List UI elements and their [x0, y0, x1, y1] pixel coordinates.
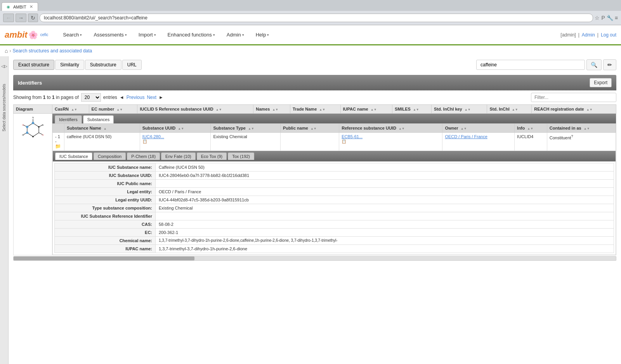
address-bar[interactable]: localhost:8080/ambit2/ui/_search?search=…	[40, 14, 593, 22]
expanded-content-cell: Identifiers Substances Substance Name ▲	[52, 114, 616, 255]
nav-item-help[interactable]: Help ▾	[250, 29, 275, 41]
sub-col-uuid[interactable]: Substance UUID ▲▼	[140, 124, 211, 133]
sub-col-public[interactable]: Public name ▲▼	[281, 124, 339, 133]
svg-text:N: N	[42, 124, 43, 126]
tab-ecotox[interactable]: Eco Tox (9)	[197, 153, 227, 160]
tab-iuc-substance[interactable]: IUC Substance	[55, 153, 92, 160]
col-tradename[interactable]: Trade Name ▲▼	[290, 105, 340, 114]
svg-text:O: O	[42, 134, 44, 136]
folder-icon[interactable]: 📁	[55, 144, 61, 149]
back-btn[interactable]: ←	[3, 14, 14, 22]
col-iuclid[interactable]: IUCLID 5 Reference substance UUID ▲▼	[137, 105, 253, 114]
search-button[interactable]: 🔍	[586, 59, 602, 70]
subtype-sort: ▲▼	[248, 127, 254, 130]
identifiers-tab[interactable]: Identifiers	[55, 115, 82, 123]
tab-close-btn[interactable]: ✕	[29, 4, 33, 9]
detail-row-8: EC: 200-362-1	[55, 229, 614, 237]
prev-btn[interactable]: Previous	[127, 95, 145, 100]
breadcrumb-link[interactable]: Search structures and associated data	[12, 48, 92, 54]
contained-question[interactable]: ?	[571, 134, 573, 138]
subrefuuid-sort: ▲▼	[399, 127, 405, 130]
nav-item-assessments[interactable]: Assessments ▾	[88, 29, 132, 41]
sub-col-type[interactable]: Substance Type ▲▼	[211, 124, 281, 133]
exact-structure-btn[interactable]: Exact structure	[13, 60, 54, 70]
forward-btn[interactable]: →	[16, 14, 26, 22]
nav-item-import[interactable]: Import ▾	[133, 29, 161, 41]
refuuid-link[interactable]: ECB5-61...	[342, 134, 363, 139]
col-iupac[interactable]: IUPAC name ▲▼	[340, 105, 392, 114]
showing-label: Showing from 1 to 1 in pages of	[13, 95, 79, 100]
substructure-btn[interactable]: Substructure	[85, 60, 121, 70]
smiles-sort-arrows: ▲▼	[413, 108, 419, 111]
nav-assessments-arrow: ▾	[125, 33, 127, 37]
nav-item-admin[interactable]: Admin ▾	[221, 29, 250, 41]
col-reach[interactable]: REACH registration date ▲▼	[532, 105, 616, 114]
detail-row-6: IUC Substance Reference Identifier	[55, 212, 614, 220]
export-button[interactable]: Export	[590, 78, 612, 87]
active-tab[interactable]: ◉ AMBIT ✕	[2, 2, 38, 11]
col-ec[interactable]: EC number ▲▼	[89, 105, 137, 114]
svg-point-12	[38, 126, 40, 128]
admin-link[interactable]: Admin	[582, 32, 595, 38]
profile-icon[interactable]: P	[601, 15, 605, 21]
page-size-select[interactable]: 20 50 100	[81, 93, 101, 102]
logout-link[interactable]: Log out	[601, 32, 616, 38]
url-btn[interactable]: URL	[122, 60, 142, 70]
tab-envfate[interactable]: Env Fate (10)	[161, 153, 196, 160]
substances-tab[interactable]: Substances	[83, 115, 114, 123]
sidebar-toggle-icon[interactable]: ◁▷	[1, 64, 7, 68]
nav-item-enhanced[interactable]: Enhanced functions ▾	[162, 29, 220, 41]
col-inchi[interactable]: Std. InChI ▲▼	[487, 105, 532, 114]
nav-item-search[interactable]: Search ▾	[57, 29, 87, 41]
admin-bracket: [admin]	[560, 32, 576, 38]
tab-pchem[interactable]: P-Chem (18)	[127, 153, 160, 160]
sub-col-owner[interactable]: Owner ▲▼	[442, 124, 515, 133]
similarity-btn[interactable]: Similarity	[55, 60, 84, 70]
detail-value-10: 1,3,7-trimethyl-3,7-dihydro-1h-purine-2,…	[156, 245, 614, 253]
sidebar-label[interactable]: Select data sources/models	[2, 84, 6, 132]
col-names[interactable]: Names ▲▼	[253, 105, 290, 114]
sub-col-name[interactable]: Substance Name ▲	[64, 124, 140, 133]
search-input-area: 🔍 ✏	[476, 59, 616, 70]
detail-value-8: 200-362-1	[156, 229, 614, 237]
sub-row-type: Existing Chemical	[211, 133, 281, 151]
tab-tox[interactable]: Tox (192)	[228, 153, 254, 160]
detail-row-1: IUC Substance UUID: IUC4-28046eb0-0a7f-3…	[55, 172, 614, 180]
sub-col-refuuid[interactable]: Reference substance UUID ▲▼	[339, 124, 442, 133]
sub-col-info[interactable]: Info ▲▼	[515, 124, 547, 133]
uuid-link[interactable]: IUC4-280...	[142, 134, 164, 139]
search-input[interactable]	[476, 60, 585, 70]
detail-value-6	[156, 212, 614, 220]
home-icon[interactable]: ⌂	[5, 48, 8, 54]
logo: ambit 🌸 cefic	[5, 30, 48, 40]
menu-icon[interactable]: ≡	[615, 15, 618, 21]
nav-enhanced-label: Enhanced functions	[168, 32, 212, 38]
refuuid-copy-icon[interactable]: 📋	[342, 139, 346, 144]
nav-assessments-label: Assessments	[94, 32, 123, 38]
detail-row-9: Chemical name: 1,3,7-trimethyl-3,7-dihyd…	[55, 237, 614, 245]
browser-nav: ← → ↻ localhost:8080/ambit2/ui/_search?s…	[0, 11, 621, 25]
star-icon[interactable]: ☆	[595, 15, 600, 21]
detail-value-2	[156, 180, 614, 188]
tab-composition[interactable]: Composition	[94, 153, 126, 160]
logo-flower-icon: 🌸	[28, 30, 38, 40]
col-smiles[interactable]: SMILES ▲▼	[392, 105, 431, 114]
filter-input[interactable]	[531, 93, 616, 102]
sub-col-contained[interactable]: Contained in as ▲▼	[547, 124, 616, 133]
col-diagram: Diagram	[14, 105, 52, 114]
horizontal-scrollbar[interactable]	[13, 256, 616, 261]
col-inchikey[interactable]: Std. InChI key ▲▼	[432, 105, 487, 114]
nav-import-arrow: ▾	[154, 33, 156, 37]
owner-link[interactable]: OECD / Paris / France	[445, 134, 487, 139]
substance-detail-cell: IUC Substance Composition P-Chem (18) En…	[53, 151, 616, 255]
breadcrumb: ⌂ › Search structures and associated dat…	[0, 45, 621, 56]
detail-row-2: IUC Public name:	[55, 180, 614, 188]
refresh-btn[interactable]: ↻	[28, 14, 38, 22]
detail-value-0: Caffeine (IUC4 DSN 50)	[156, 163, 614, 172]
uuid-copy-icon[interactable]: 📋	[142, 139, 147, 144]
col-casrn[interactable]: CasRN ▲▼	[52, 105, 89, 114]
extensions-icon[interactable]: 🔧	[607, 15, 613, 21]
detail-value-3: OECD / Paris / France	[156, 188, 614, 196]
edit-button[interactable]: ✏	[603, 59, 616, 70]
next-btn[interactable]: Next	[147, 95, 156, 100]
